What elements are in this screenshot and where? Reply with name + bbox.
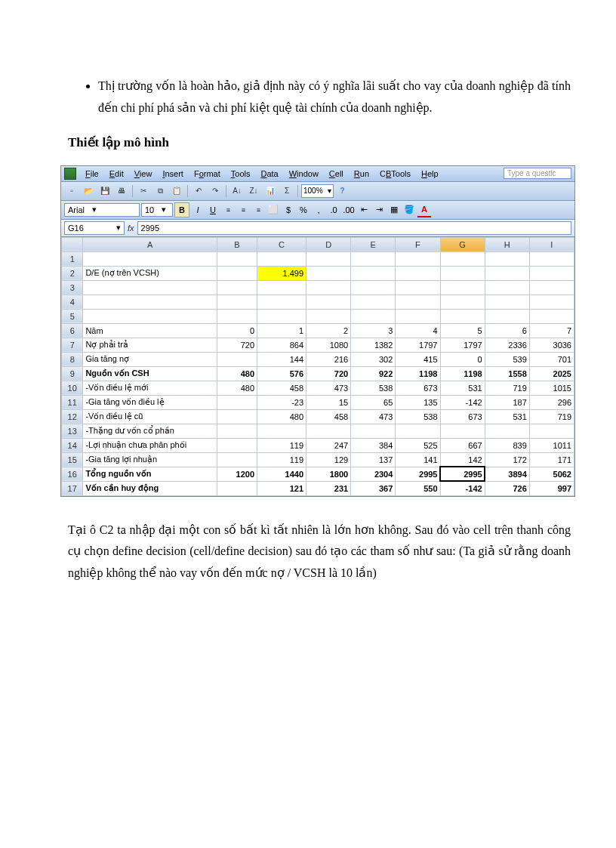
cell[interactable]: -Gia tăng vốn điều lệ: [83, 395, 217, 409]
cell[interactable]: Tổng nguồn vốn: [83, 467, 217, 481]
cell[interactable]: 137: [351, 452, 396, 467]
cell[interactable]: -Lợi nhuận chưa phân phối: [83, 438, 217, 452]
cell[interactable]: 119: [257, 438, 306, 452]
cell[interactable]: 2995: [440, 467, 485, 481]
menu-edit[interactable]: Edit: [105, 168, 128, 180]
cell[interactable]: 458: [257, 381, 306, 395]
cell[interactable]: [217, 280, 257, 294]
question-input[interactable]: Type a questic: [504, 168, 571, 179]
cell[interactable]: [396, 309, 440, 323]
cell[interactable]: -142: [440, 395, 485, 409]
cell[interactable]: [351, 309, 396, 323]
cell[interactable]: [217, 481, 257, 495]
cell[interactable]: 480: [217, 366, 257, 381]
row-header[interactable]: 14: [62, 438, 83, 452]
cell[interactable]: 538: [351, 381, 396, 395]
cell[interactable]: 1797: [440, 338, 485, 352]
cell[interactable]: 1: [257, 323, 306, 338]
cell[interactable]: [440, 294, 485, 309]
cell[interactable]: 2336: [485, 338, 529, 352]
cell[interactable]: 1198: [440, 366, 485, 381]
cell[interactable]: [257, 294, 306, 309]
align-right-icon[interactable]: ≡: [251, 203, 265, 217]
col-header-B[interactable]: B: [217, 237, 257, 251]
cell[interactable]: 4: [396, 323, 440, 338]
cell[interactable]: [217, 409, 257, 424]
cell[interactable]: 3894: [485, 467, 529, 481]
cell[interactable]: 1015: [529, 381, 574, 395]
dec-dec-icon[interactable]: .00: [342, 203, 356, 217]
cell[interactable]: [257, 251, 306, 266]
menu-file[interactable]: File: [81, 168, 103, 180]
cell[interactable]: 302: [351, 352, 396, 366]
row-header[interactable]: 12: [62, 409, 83, 424]
cell[interactable]: 922: [351, 366, 396, 381]
cell[interactable]: 3: [351, 323, 396, 338]
dec-indent-icon[interactable]: ⇤: [357, 203, 371, 217]
comma-icon[interactable]: ,: [312, 203, 325, 217]
cell[interactable]: 216: [306, 352, 351, 366]
cell[interactable]: [217, 266, 257, 280]
select-all-corner[interactable]: [62, 237, 83, 251]
cell[interactable]: 673: [396, 381, 440, 395]
formula-bar[interactable]: 2995: [137, 221, 571, 235]
cell[interactable]: [306, 424, 351, 438]
cell[interactable]: [83, 280, 217, 294]
cell[interactable]: -Gia tăng lợi nhuận: [83, 452, 217, 467]
cell[interactable]: 247: [306, 438, 351, 452]
underline-button[interactable]: U: [206, 203, 220, 217]
fill-color-icon[interactable]: 🪣: [402, 203, 416, 217]
cell[interactable]: Nợ phải trả: [83, 338, 217, 352]
cell[interactable]: [396, 294, 440, 309]
row-header[interactable]: 15: [62, 452, 83, 467]
bold-button[interactable]: B: [174, 202, 189, 217]
save-icon[interactable]: 💾: [97, 183, 112, 199]
cell[interactable]: 384: [351, 438, 396, 452]
cell[interactable]: [306, 251, 351, 266]
col-header-E[interactable]: E: [351, 237, 396, 251]
cell[interactable]: 473: [306, 381, 351, 395]
cell[interactable]: 1011: [529, 438, 574, 452]
cell[interactable]: [306, 309, 351, 323]
cell[interactable]: [257, 280, 306, 294]
cell[interactable]: [217, 309, 257, 323]
cell[interactable]: [485, 424, 529, 438]
cell[interactable]: [351, 280, 396, 294]
cell[interactable]: [257, 309, 306, 323]
cell[interactable]: 673: [440, 409, 485, 424]
cell[interactable]: 531: [485, 409, 529, 424]
cell[interactable]: 7: [529, 323, 574, 338]
cell[interactable]: 15: [306, 395, 351, 409]
cell[interactable]: 141: [396, 452, 440, 467]
italic-button[interactable]: I: [191, 203, 205, 217]
row-header[interactable]: 8: [62, 352, 83, 366]
menu-cbtools[interactable]: CBTools: [375, 168, 415, 180]
cell[interactable]: [83, 294, 217, 309]
cell[interactable]: 129: [306, 452, 351, 467]
cell[interactable]: 667: [440, 438, 485, 452]
cell[interactable]: Năm: [83, 323, 217, 338]
cell[interactable]: 0: [440, 352, 485, 366]
row-header[interactable]: 1: [62, 251, 83, 266]
menu-insert[interactable]: Insert: [158, 168, 188, 180]
cell[interactable]: Nguồn vốn CSH: [83, 366, 217, 381]
merge-icon[interactable]: ⬜: [266, 203, 280, 217]
cell[interactable]: 550: [396, 481, 440, 495]
zoom-select[interactable]: 100%▾: [301, 184, 334, 198]
row-header[interactable]: 11: [62, 395, 83, 409]
cell[interactable]: 719: [529, 409, 574, 424]
align-center-icon[interactable]: ≡: [236, 203, 250, 217]
cell[interactable]: -142: [440, 481, 485, 495]
cell[interactable]: [217, 438, 257, 452]
col-header-H[interactable]: H: [485, 237, 529, 251]
cell[interactable]: 1382: [351, 338, 396, 352]
row-header[interactable]: 13: [62, 424, 83, 438]
cell[interactable]: 119: [257, 452, 306, 467]
cell[interactable]: [529, 280, 574, 294]
cell[interactable]: 6: [485, 323, 529, 338]
cut-icon[interactable]: ✂: [136, 183, 151, 199]
cell[interactable]: [351, 266, 396, 280]
fontsize-select[interactable]: 10▾: [141, 203, 173, 217]
cell[interactable]: 65: [351, 395, 396, 409]
cell[interactable]: [529, 294, 574, 309]
